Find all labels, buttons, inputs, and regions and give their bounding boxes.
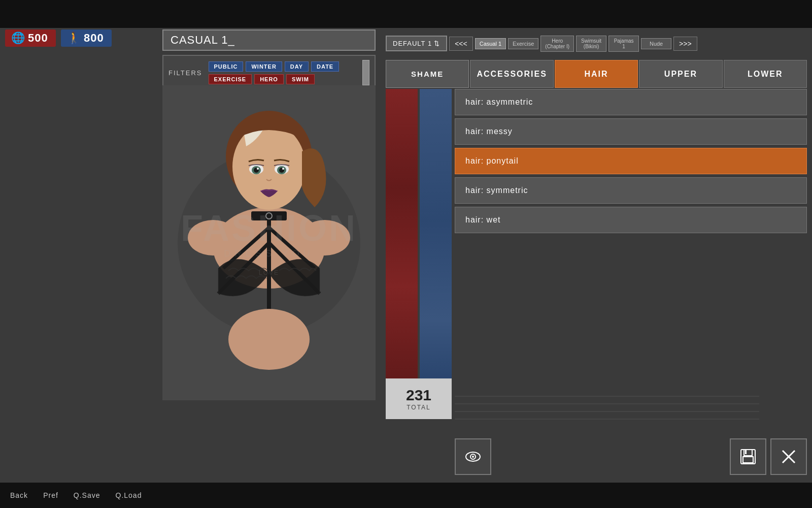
lower-label: LOWER — [748, 70, 783, 79]
character-name-input[interactable] — [162, 29, 376, 51]
cat-tab-accessories[interactable]: ACCESSORIES — [470, 60, 553, 88]
filter-winter[interactable]: WINTER — [246, 61, 282, 72]
default-label: DEFAULT 1 — [393, 40, 432, 47]
hair-option-symmetric[interactable]: hair: symmetric — [455, 177, 807, 204]
hair-label: HAIR — [584, 70, 608, 79]
name-input-container — [162, 29, 376, 51]
default-button[interactable]: DEFAULT 1 ⇅ — [386, 36, 447, 51]
outfit-tab-hero[interactable]: Hero(Chapter I) — [540, 36, 574, 52]
outfit-tab-swimsuit[interactable]: Swimsuit(Bikini) — [576, 36, 606, 52]
cat-tab-hair[interactable]: HAIR — [555, 60, 638, 88]
cat-tab-shame[interactable]: SHAME — [386, 60, 469, 88]
blue-stat-value: 800 — [84, 31, 104, 45]
hair-option-symmetric-label: hair: symmetric — [465, 186, 528, 195]
shame-label: SHAME — [411, 70, 444, 78]
red-stat-value: 500 — [28, 31, 48, 45]
nav-qload[interactable]: Q.Load — [116, 491, 142, 499]
outfit-tab-exercise[interactable]: Exercise — [508, 38, 538, 49]
hair-options-list: hair: asymmetric hair: messy hair: ponyt… — [455, 89, 807, 233]
character-illustration — [173, 90, 365, 395]
svg-point-22 — [282, 168, 284, 170]
filters-label: FILTERS — [168, 69, 202, 77]
accessories-label: ACCESSORIES — [477, 70, 547, 79]
decorative-lines — [455, 391, 759, 422]
hair-option-ponytail[interactable]: hair: ponytail — [455, 148, 807, 174]
outfit-tab-pajamas[interactable]: Pajamas1 — [608, 36, 639, 52]
hair-option-wet[interactable]: hair: wet — [455, 207, 807, 233]
filter-scrollbar[interactable] — [362, 60, 369, 85]
hair-option-wet-label: hair: wet — [465, 215, 500, 224]
close-icon — [780, 448, 798, 466]
hair-option-asymmetric-label: hair: asymmetric — [465, 98, 533, 106]
blue-stat-box: 🚶 800 — [61, 29, 112, 47]
hair-option-ponytail-label: hair: ponytail — [465, 156, 519, 165]
filter-swim[interactable]: SWIM — [286, 74, 315, 84]
filter-hero[interactable]: HERO — [254, 74, 284, 84]
red-stat-box: 🌐 500 — [5, 29, 56, 47]
stats-bar: 🌐 500 🚶 800 — [5, 29, 112, 47]
outfit-tab-casual1-label: Casual 1 — [480, 41, 501, 47]
person-icon: 🚶 — [67, 31, 81, 45]
total-label: TOTAL — [407, 404, 431, 411]
hair-option-messy[interactable]: hair: messy — [455, 118, 807, 145]
shame-bar-red — [386, 89, 418, 419]
character-preview: FASHION DRESS YOU LOVE — [162, 85, 376, 400]
svg-point-12 — [228, 309, 310, 370]
shame-bars — [386, 89, 452, 419]
nav-pref[interactable]: Pref — [43, 491, 58, 499]
filter-day[interactable]: DAY — [285, 61, 309, 72]
total-number: 231 — [406, 387, 431, 404]
svg-point-3 — [188, 220, 239, 256]
outfit-tab-nude[interactable]: Nude — [641, 38, 671, 49]
action-buttons — [730, 438, 807, 475]
save-button[interactable] — [730, 438, 766, 475]
outfit-tab-exercise-label: Exercise — [513, 41, 534, 47]
nav-qsave[interactable]: Q.Save — [74, 491, 100, 499]
category-tabs: SHAME ACCESSORIES HAIR UPPER LOWER — [386, 60, 807, 88]
save-icon — [739, 448, 757, 466]
close-button[interactable] — [770, 438, 807, 475]
top-bar — [0, 0, 812, 28]
upper-label: UPPER — [664, 70, 697, 79]
outfit-tab-casual1[interactable]: Casual 1 — [475, 38, 506, 49]
svg-rect-32 — [743, 457, 753, 463]
svg-point-4 — [299, 220, 350, 256]
eye-icon — [465, 449, 481, 465]
next-arrow-button[interactable]: >>> — [673, 37, 697, 51]
hair-option-messy-label: hair: messy — [465, 127, 513, 136]
svg-point-21 — [257, 168, 259, 170]
cat-tab-lower[interactable]: LOWER — [724, 60, 807, 88]
hair-option-asymmetric[interactable]: hair: asymmetric — [455, 89, 807, 115]
outfit-tabs: DEFAULT 1 ⇅ <<< Casual 1 Exercise Hero(C… — [386, 29, 807, 57]
filter-public[interactable]: PUBLIC — [209, 61, 244, 72]
nav-back[interactable]: Back — [10, 491, 28, 499]
svg-rect-33 — [745, 450, 747, 454]
outfit-tab-nude-label: Nude — [650, 41, 663, 47]
cat-tab-upper[interactable]: UPPER — [639, 60, 722, 88]
svg-point-29 — [472, 456, 474, 458]
globe-icon: 🌐 — [11, 31, 25, 45]
filter-exercise[interactable]: EXERCISE — [209, 74, 252, 84]
filter-date[interactable]: DATE — [311, 61, 339, 72]
swap-icon: ⇅ — [434, 40, 440, 47]
bottom-bar: Back Pref Q.Save Q.Load — [0, 483, 812, 508]
total-score-box: 231 TOTAL — [386, 378, 452, 419]
prev-arrow-button[interactable]: <<< — [449, 37, 473, 51]
eye-button[interactable] — [455, 438, 491, 475]
shame-bar-blue — [420, 89, 452, 419]
filter-buttons-group: PUBLIC WINTER DAY DATE EXERCISE HERO SWI… — [209, 61, 359, 84]
